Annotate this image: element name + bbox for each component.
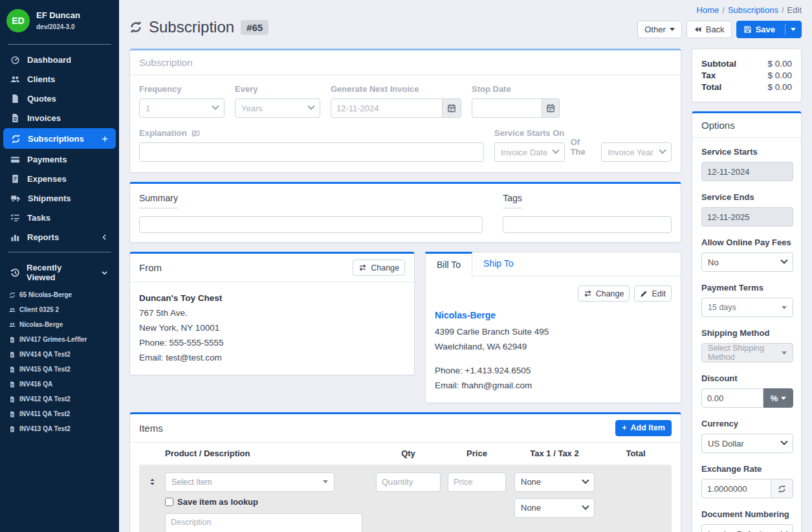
item-description-textarea[interactable] [165,513,362,532]
allow-online-pay-fees-select[interactable]: No [701,252,793,272]
service-starts-input[interactable] [701,162,793,181]
every-select[interactable]: Years [235,98,320,118]
save-icon [743,25,752,34]
recent-item[interactable]: INV416 QA [0,377,119,392]
reports-icon [10,232,20,242]
company-email: Email: test@test.com [139,351,405,366]
sidebar-item-clients[interactable]: Clients [0,69,119,89]
drag-handle[interactable] [139,472,165,532]
caret-down-icon [670,28,675,31]
item-price-input[interactable] [448,472,506,492]
select-item-dropdown[interactable]: Select Item [165,472,335,492]
tax-value: $ 0.00 [767,71,792,80]
subtotal-label: Subtotal [701,59,736,69]
tasks-icon [10,213,20,223]
sidebar-item-subscriptions[interactable]: Subscriptions + [3,128,116,149]
column-total: Total [600,449,672,458]
options-card: Options Service Starts Service Ends Allo… [692,111,802,532]
calendar-icon [447,104,456,113]
chevron-down-icon [780,529,787,532]
currency-select[interactable]: US Dollar [701,434,793,453]
chevron-down-icon [582,502,589,509]
stop-date-label: Stop Date [472,84,560,94]
client-address2: Waelchiland, WA 62949 [435,340,672,355]
recent-item[interactable]: Client 0325 2 [0,302,119,317]
summary-card: Summary Tags [129,182,681,243]
edit-client-button[interactable]: Edit [634,285,672,302]
shipping-method-select[interactable]: Select Shipping Method [701,343,793,362]
calendar-icon [546,104,555,113]
breadcrumb-subscriptions[interactable]: Subscriptions [728,5,778,15]
recent-item[interactable]: INV413 QA Test2 [0,421,119,436]
recently-viewed-toggle[interactable]: Recently Viewed [0,258,119,287]
refresh-rate-button[interactable] [771,479,793,498]
stop-date-input[interactable] [472,98,542,118]
tab-ship-to[interactable]: Ship To [472,252,524,276]
change-icon [584,289,592,298]
invoices-icon [10,113,20,123]
recent-item[interactable]: INV417 Grimes-Leffler [0,332,119,347]
save-dropdown-toggle[interactable] [785,24,801,35]
summary-label: Summary [139,193,178,208]
recent-item[interactable]: INV412 QA Test2 [0,392,119,406]
exchange-rate-input[interactable] [701,479,771,498]
sidebar-item-expenses[interactable]: Expenses [0,169,119,188]
of-the-select[interactable]: Invoice Year [601,142,672,162]
tags-input[interactable] [503,216,672,233]
save-button[interactable]: Save [736,21,802,38]
save-item-lookup-label: Save item as lookup [165,497,372,507]
recent-item[interactable]: INV411 QA Test2 [0,406,119,421]
sidebar-item-shipments[interactable]: Shipments [0,188,119,208]
sidebar-item-payments[interactable]: Payments [0,150,119,169]
sidebar-item-reports[interactable]: Reports [0,227,119,247]
chevron-down-icon [582,476,589,483]
item-qty-input[interactable] [376,472,441,492]
calendar-button[interactable] [443,98,461,118]
from-address: Duncan's Toy Chest 767 5th Ave. New York… [130,282,414,375]
explanation-label: Explanation [139,128,484,138]
change-from-button[interactable]: Change [353,260,405,276]
discount-type-button[interactable]: % [763,388,793,408]
sidebar-item-invoices[interactable]: Invoices [0,108,119,127]
total-label: Total [701,82,721,92]
tax2-select[interactable]: None [514,498,595,518]
options-card-title: Options [692,113,801,138]
save-item-lookup-checkbox[interactable] [165,498,173,506]
frequency-select[interactable]: 1 [139,98,225,118]
client-link[interactable]: Nicolas-Berge [435,308,496,324]
payment-terms-select[interactable]: 15 days [701,298,793,317]
recent-item[interactable]: INV414 QA Test2 [0,347,119,362]
add-item-button[interactable]: + Add Item [615,420,672,436]
explanation-input[interactable] [139,142,484,162]
exchange-rate-label: Exchange Rate [701,464,792,474]
history-icon [10,268,20,278]
recent-item[interactable]: 65 Nicolas-Berge [0,287,119,302]
recent-item[interactable]: Nicolas-Berge [0,317,119,332]
calendar-button[interactable] [542,98,560,118]
summary-input[interactable] [139,216,483,233]
chevron-down-icon [552,147,559,154]
avatar: ED [6,9,30,32]
add-subscription-button[interactable]: + [102,133,108,144]
generate-next-invoice-input[interactable] [331,98,443,118]
document-numbering-select[interactable]: Invoice Default [701,524,793,532]
change-client-button[interactable]: Change [578,285,630,302]
clients-icon [10,74,20,84]
sidebar-item-quotes[interactable]: Quotes [0,89,119,108]
caret-down-icon [323,480,328,483]
back-button[interactable]: Back [686,21,732,38]
service-ends-input[interactable] [701,207,793,227]
service-starts-on-select[interactable]: Invoice Date [494,142,565,162]
sidebar-item-dashboard[interactable]: Dashboard [0,50,119,69]
subscription-card-title: Subscription [130,50,681,75]
discount-input[interactable] [701,388,763,408]
sidebar-item-tasks[interactable]: Tasks [0,208,119,227]
recent-item[interactable]: INV415 QA Test2 [0,362,119,377]
shipping-method-label: Shipping Method [701,328,792,338]
tax1-select[interactable]: None [514,472,595,492]
sidebar-user: ED EF Duncan dev/2024-3.0 [0,6,119,39]
tab-bill-to[interactable]: Bill To [425,252,472,276]
other-button[interactable]: Other [637,21,682,38]
invoice-icon [9,381,16,388]
breadcrumb-home[interactable]: Home [697,5,719,15]
